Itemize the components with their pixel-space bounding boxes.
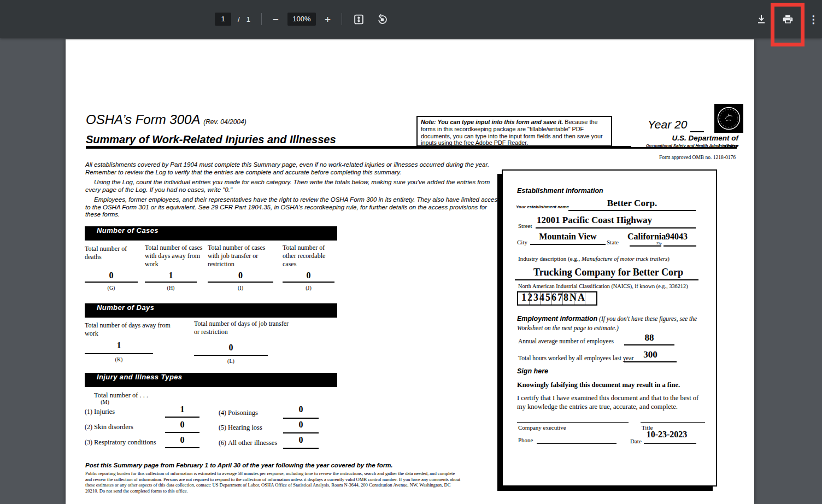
- total-hours-label: Total hours worked by all employees last…: [518, 355, 634, 361]
- post-summary-note: Post this Summary page from February 1 t…: [85, 462, 393, 468]
- phone-line[interactable]: [537, 443, 616, 444]
- form-title: OSHA’s Form 300A: [86, 112, 200, 127]
- types-row-label: (6) All other illnesses: [219, 439, 277, 447]
- establishment-name-label: Your establishment name: [516, 204, 569, 209]
- field-line: [515, 279, 698, 280]
- note-bold-text: Note: You can type input into this form …: [421, 119, 563, 125]
- zip-field[interactable]: 94043: [666, 232, 688, 242]
- section-header-number-of-cases: Number of Cases: [85, 226, 337, 241]
- field-line: [165, 447, 199, 448]
- field-line: [283, 432, 319, 433]
- dol-subtitle: Occupational Safety and Health Administr…: [629, 143, 738, 148]
- field-line: [530, 244, 606, 245]
- cases-col-label: Total number of deaths: [85, 245, 139, 261]
- street-field[interactable]: 12001 Pacific Coast Highway: [537, 215, 679, 226]
- field-line: [624, 344, 674, 345]
- form-revision: (Rev. 04/2004): [203, 118, 246, 126]
- field-line: [283, 282, 334, 283]
- respiratory-conditions-field[interactable]: 0: [165, 435, 199, 445]
- field-line: [536, 227, 696, 228]
- toolbar-divider: [261, 13, 262, 25]
- city-label: City: [517, 239, 527, 245]
- types-row-label: (3) Respiratory conditions: [85, 438, 156, 447]
- naics-field[interactable]: 12345678NA: [521, 292, 586, 303]
- note-box: Note: You can type input into this form …: [416, 116, 612, 146]
- page-number-input[interactable]: 1: [215, 13, 231, 26]
- other-recordable-cases-field[interactable]: 0: [283, 271, 334, 280]
- establishment-name-field[interactable]: Better Corp.: [568, 198, 696, 209]
- state-field[interactable]: California: [627, 232, 666, 242]
- field-line: [165, 432, 199, 433]
- establishment-panel: Establishment information Your establish…: [502, 169, 717, 487]
- types-total-letter: (M): [99, 399, 110, 405]
- date-field[interactable]: 10-23-2023: [639, 430, 694, 439]
- employment-header: Employment information: [517, 315, 597, 323]
- sign-here-header: Sign here: [517, 367, 548, 375]
- types-total-label: Total number of . . .: [94, 391, 148, 400]
- deaths-field[interactable]: 0: [85, 271, 138, 280]
- establishment-header: Establishment information: [517, 187, 603, 195]
- injuries-field[interactable]: 1: [165, 405, 199, 414]
- poisonings-field[interactable]: 0: [283, 405, 319, 414]
- zoom-in-button[interactable]: +: [325, 14, 331, 25]
- types-row-label: (2) Skin disorders: [85, 423, 133, 431]
- signature-line[interactable]: [517, 422, 629, 423]
- field-line: [624, 361, 677, 362]
- total-hours-field[interactable]: 300: [624, 349, 677, 360]
- field-line: [283, 448, 319, 449]
- industry-description-label: Industry description (e.g., Manufacture …: [518, 255, 670, 262]
- rotate-icon[interactable]: [377, 14, 388, 25]
- form-subtitle: Summary of Work-Related Injuries and Ill…: [86, 133, 336, 146]
- all-other-illnesses-field[interactable]: 0: [283, 435, 319, 445]
- pdf-viewport[interactable]: OSHA’s Form 300A (Rev. 04/2004) Summary …: [0, 38, 822, 504]
- zoom-level-input[interactable]: 100%: [287, 13, 316, 26]
- section-header-number-of-days: Number of Days: [85, 303, 337, 318]
- form-title-row: OSHA’s Form 300A (Rev. 04/2004): [86, 112, 246, 127]
- employment-header-row: Employment information (If you don't hav…: [517, 314, 698, 332]
- certify-statement: I certify that I have examined this docu…: [517, 394, 704, 411]
- dol-logo: [714, 104, 743, 135]
- zoom-out-button[interactable]: −: [273, 14, 279, 25]
- date-line: [644, 443, 696, 444]
- column-letter: (I): [208, 285, 273, 291]
- days-away-cases-field[interactable]: 1: [145, 271, 197, 280]
- toolbar-divider: [342, 13, 342, 25]
- field-line: [208, 282, 273, 283]
- download-icon[interactable]: [756, 14, 767, 27]
- days-col-label: Total number of days away from work: [85, 321, 175, 338]
- intro-text: All establishments covered by Part 1904 …: [85, 161, 501, 221]
- days-transfer-field[interactable]: 0: [194, 343, 268, 353]
- days-away-field[interactable]: 1: [85, 341, 153, 350]
- naics-label: North American Industrial Classification…: [518, 283, 688, 289]
- industry-description-field[interactable]: Trucking Company for Better Corp: [518, 267, 698, 278]
- pdf-page: OSHA’s Form 300A (Rev. 04/2004) Summary …: [66, 39, 754, 504]
- column-letter: (J): [283, 285, 334, 291]
- city-field[interactable]: Mountain View: [530, 232, 606, 242]
- fit-page-icon[interactable]: [353, 14, 365, 25]
- hearing-loss-field[interactable]: 0: [283, 420, 319, 430]
- company-executive-label: Company executive: [518, 424, 566, 431]
- print-icon[interactable]: [782, 14, 794, 27]
- column-letter: (K): [85, 356, 153, 362]
- paperwork-burden-text: Public reporting burden for this collect…: [85, 471, 461, 494]
- street-label: Street: [518, 222, 532, 229]
- field-line: [85, 353, 153, 354]
- job-transfer-cases-field[interactable]: 0: [208, 271, 273, 280]
- intro-paragraph-1: All establishments covered by Part 1904 …: [85, 161, 501, 176]
- title-line[interactable]: [641, 422, 705, 423]
- avg-employees-field[interactable]: 88: [624, 332, 674, 343]
- more-options-icon[interactable]: ⋮: [808, 13, 819, 26]
- falsify-warning: Knowingly falsifying this document may r…: [517, 381, 680, 389]
- field-line: [568, 210, 696, 211]
- column-letter: (G): [85, 285, 138, 291]
- cases-col-label: Total number of other recordable cases: [283, 244, 337, 268]
- skin-disorders-field[interactable]: 0: [165, 420, 199, 430]
- field-line: [165, 417, 199, 418]
- field-line: [145, 282, 197, 283]
- types-row-label: (5) Hearing loss: [219, 424, 262, 432]
- field-line: [664, 245, 696, 247]
- column-letter: (L): [194, 358, 268, 364]
- year-label: Year 20: [648, 118, 687, 131]
- year-line[interactable]: [690, 131, 704, 132]
- omb-approval: Form approved OMB no. 1218-0176: [626, 155, 736, 160]
